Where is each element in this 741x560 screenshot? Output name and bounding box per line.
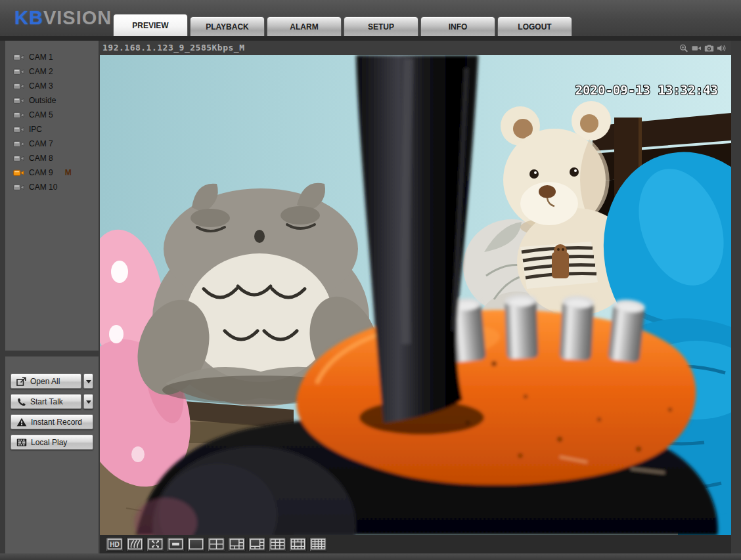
- local-play-button[interactable]: Local Play: [11, 435, 93, 450]
- top-bar: KBVISION PREVIEW PLAYBACK ALARM SETUP IN…: [0, 0, 741, 36]
- camera-icon: [13, 82, 24, 91]
- camera-label: IPC: [29, 125, 42, 134]
- open-all-label: Open All: [30, 377, 60, 386]
- split-6-button[interactable]: [229, 538, 245, 551]
- open-all-button[interactable]: Open All: [11, 374, 81, 389]
- instant-record-button[interactable]: Instant Record: [11, 414, 93, 429]
- camera-item-10[interactable]: CAM 10: [5, 180, 99, 194]
- tab-alarm[interactable]: ALARM: [267, 16, 342, 36]
- camera-icon: [13, 125, 24, 134]
- stream-type-badge: M: [65, 168, 72, 177]
- split-1-button[interactable]: [188, 538, 204, 551]
- chevron-down-icon: [86, 380, 91, 386]
- video-title-bar: 192.168.1.123_9_2585Kbps_M: [100, 41, 731, 55]
- camera-label: CAM 3: [29, 81, 53, 91]
- split-13-button[interactable]: [290, 538, 306, 551]
- camera-icon: [13, 68, 24, 76]
- fluency-button[interactable]: [127, 538, 143, 551]
- camera-item-5[interactable]: CAM 5: [5, 108, 99, 122]
- snapshot-icon[interactable]: [704, 43, 714, 53]
- start-talk-label: Start Talk: [30, 397, 63, 406]
- open-all-dropdown[interactable]: [83, 374, 93, 389]
- digital-zoom-icon[interactable]: [679, 43, 689, 53]
- camera-label: Outside: [29, 96, 56, 105]
- instant-record-icon: [16, 418, 27, 427]
- camera-icon: [13, 97, 24, 105]
- tab-info[interactable]: INFO: [420, 16, 495, 36]
- camera-item-1[interactable]: CAM 1: [5, 50, 99, 64]
- tab-logout[interactable]: LOGOUT: [497, 16, 572, 36]
- live-video-window[interactable]: 2020-09-13 13:32:43: [100, 55, 731, 535]
- tab-preview[interactable]: PREVIEW: [113, 14, 188, 36]
- logo-vision: VISION: [43, 7, 112, 28]
- split-16-button[interactable]: [310, 538, 326, 551]
- open-all-icon: [16, 377, 26, 386]
- image-quality-hd-button[interactable]: HD: [106, 538, 123, 551]
- kbvision-web-client: KBVISION PREVIEW PLAYBACK ALARM SETUP IN…: [0, 0, 741, 560]
- start-talk-button[interactable]: Start Talk: [11, 394, 81, 409]
- camera-icon: [13, 53, 24, 62]
- camera-label: CAM 8: [29, 154, 53, 163]
- camera-icon: [13, 140, 24, 148]
- logo-kb: KB: [14, 7, 43, 28]
- tab-setup[interactable]: SETUP: [344, 16, 418, 36]
- camera-item-7[interactable]: CAM 7: [5, 137, 99, 151]
- split-4-button[interactable]: [208, 538, 225, 551]
- local-record-icon[interactable]: [691, 43, 702, 53]
- main-nav: PREVIEW PLAYBACK ALARM SETUP INFO LOGOUT: [113, 14, 572, 36]
- split-8-button[interactable]: [249, 538, 265, 551]
- camera-icon: [13, 183, 24, 192]
- camera-label: CAM 10: [29, 183, 57, 192]
- camera-item-9-active[interactable]: CAM 9 M: [5, 165, 99, 180]
- header-divider: [0, 36, 741, 41]
- camera-item-2[interactable]: CAM 2: [5, 64, 99, 79]
- start-talk-icon: [16, 397, 26, 406]
- camera-label: CAM 7: [29, 139, 53, 148]
- control-panel: Open All Start Talk Instant Record Local…: [5, 356, 99, 555]
- local-play-icon: [16, 438, 27, 447]
- camera-icon: [13, 111, 24, 119]
- video-panel: 192.168.1.123_9_2585Kbps_M: [100, 41, 731, 553]
- camera-icon-active: [13, 169, 24, 177]
- camera-label: CAM 1: [29, 53, 53, 62]
- camera-icon: [13, 154, 24, 163]
- svg-text:HD: HD: [110, 541, 120, 548]
- video-title-controls: [679, 41, 727, 55]
- local-play-label: Local Play: [31, 438, 67, 447]
- camera-list-panel: CAM 1 CAM 2 CAM 3 Outside CAM 5 IPC: [5, 41, 99, 351]
- camera-label: CAM 2: [29, 67, 53, 76]
- camera-item-3[interactable]: CAM 3: [5, 79, 99, 93]
- osd-timestamp: 2020-09-13 13:32:43: [575, 83, 718, 97]
- start-talk-dropdown[interactable]: [83, 394, 93, 409]
- tab-playback[interactable]: PLAYBACK: [190, 16, 265, 36]
- stream-info-label: 192.168.1.123_9_2585Kbps_M: [102, 41, 245, 55]
- fullscreen-button[interactable]: [147, 538, 164, 551]
- split-9-button[interactable]: [269, 538, 286, 551]
- chevron-down-icon: [86, 400, 91, 406]
- camera-item-8[interactable]: CAM 8: [5, 151, 99, 165]
- video-layout-toolbar: HD: [100, 535, 731, 553]
- camera-label: CAM 9: [29, 168, 53, 177]
- camera-item-ipc[interactable]: IPC: [5, 122, 99, 137]
- aspect-ratio-button[interactable]: [168, 538, 184, 551]
- kbvision-logo: KBVISION: [14, 7, 112, 29]
- instant-record-label: Instant Record: [31, 418, 82, 427]
- camera-item-outside[interactable]: Outside: [5, 93, 99, 108]
- audio-icon[interactable]: [716, 43, 727, 53]
- bottom-status-strip: [0, 553, 741, 560]
- camera-label: CAM 5: [29, 110, 53, 119]
